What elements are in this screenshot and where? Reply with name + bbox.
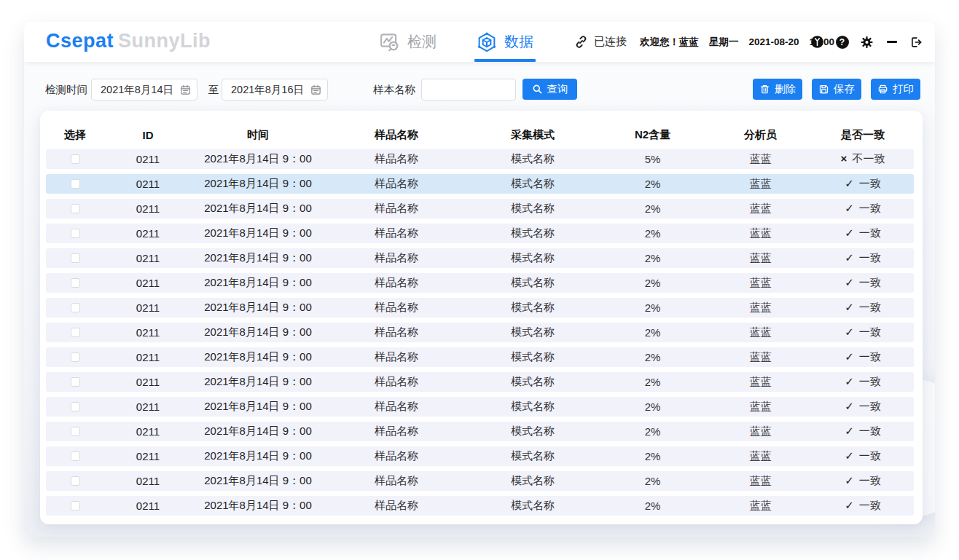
logout-icon[interactable] [909,35,923,49]
cell-mode: 模式名称 [469,449,597,463]
logo-secondary: SunnyLib [118,30,211,52]
cell-consistency: ✓一致 [813,251,913,265]
row-checkbox[interactable] [71,427,80,436]
table-row[interactable]: 0211 2021年8月14日 9：00 样品名称 模式名称 5% 蓝蓝 ×不一… [46,149,914,169]
column-header-consistency: 是否一致 [813,128,913,142]
cell-sample: 样品名称 [324,177,469,191]
row-checkbox[interactable] [71,278,80,288]
cell-consistency: ✓一致 [813,350,913,364]
cell-time: 2021年8月14日 9：00 [192,425,324,438]
cell-n2: 2% [597,301,708,314]
welcome-date: 2021-08-20 [749,36,799,47]
help-circle-icon[interactable]: ? [835,35,849,49]
cell-time: 2021年8月14日 9：00 [192,474,324,488]
cell-mode: 模式名称 [469,474,597,488]
table-row[interactable]: 0211 2021年8月14日 9：00 样品名称 模式名称 2% 蓝蓝 ✓一致 [46,323,914,342]
app-header: CsepatSunnyLib 检测 [24,22,935,62]
cell-analyst: 蓝蓝 [708,301,813,315]
cell-consistency: ✓一致 [813,375,913,389]
row-checkbox[interactable] [71,204,80,213]
wrench-circle-icon[interactable] [810,35,824,49]
print-button[interactable]: 打印 [871,79,920,100]
tab-detection[interactable]: 检测 [379,22,437,62]
table-row[interactable]: 0211 2021年8月14日 9：00 样品名称 模式名称 2% 蓝蓝 ✓一致 [46,248,914,268]
welcome-bar: 欢迎您！蓝蓝 星期一 2021-08-20 16:00 [640,22,834,62]
welcome-greeting: 欢迎您！蓝蓝 [640,36,699,49]
column-header-id: ID [104,129,192,141]
cell-mode: 模式名称 [469,425,597,438]
delete-button[interactable]: 删除 [753,79,802,100]
table-row[interactable]: 0211 2021年8月14日 9：00 样品名称 模式名称 2% 蓝蓝 ✓一致 [46,347,914,367]
cell-mode: 模式名称 [469,499,597,513]
row-checkbox[interactable] [71,352,80,362]
sample-name-label: 样本名称 [373,83,415,97]
date-to-input[interactable]: 2021年8月16日 [222,79,328,100]
sample-name-input[interactable] [421,79,516,100]
cell-sample: 样品名称 [324,499,469,513]
cell-mode: 模式名称 [469,375,597,389]
table-header-row: 选择 ID 时间 样品名称 采集模式 N2含量 分析员 是否一致 [46,120,914,149]
date-range-label: 检测时间 [45,83,87,97]
consistency-mark-icon: ✓ [845,177,854,190]
save-button-label: 保存 [834,82,855,96]
consistency-mark-icon: ✓ [845,425,854,438]
tab-detection-label: 检测 [407,32,437,52]
row-checkbox[interactable] [71,377,80,387]
printer-icon [877,84,888,95]
cell-id: 0211 [104,178,192,190]
row-checkbox[interactable] [71,476,80,486]
table-row[interactable]: 0211 2021年8月14日 9：00 样品名称 模式名称 2% 蓝蓝 ✓一致 [46,199,914,218]
table-row[interactable]: 0211 2021年8月14日 9：00 样品名称 模式名称 2% 蓝蓝 ✓一致 [46,224,914,243]
query-button-label: 查询 [547,82,568,96]
cell-time: 2021年8月14日 9：00 [192,449,324,463]
print-button-label: 打印 [893,82,914,96]
minimize-icon[interactable] [885,35,899,49]
connection-status: 已连接 [574,22,627,62]
consistency-status: 不一致 [852,152,885,165]
tab-data-label: 数据 [504,32,533,52]
row-checkbox[interactable] [71,328,80,337]
cell-time: 2021年8月14日 9：00 [192,177,324,191]
table-row[interactable]: 0211 2021年8月14日 9：00 样品名称 模式名称 2% 蓝蓝 ✓一致 [46,174,914,194]
cell-n2: 2% [597,227,708,240]
save-icon [818,84,829,95]
cell-sample: 样品名称 [324,226,469,240]
table-row[interactable]: 0211 2021年8月14日 9：00 样品名称 模式名称 2% 蓝蓝 ✓一致 [46,273,914,293]
tab-data[interactable]: 数据 [476,22,533,62]
consistency-mark-icon: ✓ [845,301,854,314]
row-checkbox[interactable] [71,179,80,189]
table-row[interactable]: 0211 2021年8月14日 9：00 样品名称 模式名称 2% 蓝蓝 ✓一致 [46,298,914,318]
row-checkbox[interactable] [71,253,80,263]
cell-consistency: ✓一致 [813,226,913,240]
settings-gear-icon[interactable] [860,35,874,49]
row-checkbox[interactable] [71,501,80,510]
cell-mode: 模式名称 [469,301,597,315]
table-row[interactable]: 0211 2021年8月14日 9：00 样品名称 模式名称 2% 蓝蓝 ✓一致 [46,422,914,441]
cell-sample: 样品名称 [324,375,469,389]
cell-id: 0211 [104,500,192,512]
cell-analyst: 蓝蓝 [708,400,813,414]
cell-consistency: ✓一致 [813,301,913,315]
row-checkbox[interactable] [71,303,80,312]
table-row[interactable]: 0211 2021年8月14日 9：00 样品名称 模式名称 2% 蓝蓝 ✓一致 [46,471,914,491]
row-checkbox[interactable] [71,154,80,164]
link-icon [574,34,589,50]
date-from-input[interactable]: 2021年8月14日 [91,79,197,100]
table-actions: 删除 保存 [753,79,920,100]
row-checkbox[interactable] [71,451,80,461]
save-button[interactable]: 保存 [812,79,861,100]
cell-id: 0211 [104,277,192,289]
cell-consistency: ×不一致 [813,152,913,166]
table-row[interactable]: 0211 2021年8月14日 9：00 样品名称 模式名称 2% 蓝蓝 ✓一致 [46,397,914,417]
table-row[interactable]: 0211 2021年8月14日 9：00 样品名称 模式名称 2% 蓝蓝 ✓一致 [46,372,914,392]
cell-mode: 模式名称 [469,326,597,339]
consistency-status: 一致 [859,400,881,412]
cell-consistency: ✓一致 [813,326,913,339]
table-row[interactable]: 0211 2021年8月14日 9：00 样品名称 模式名称 2% 蓝蓝 ✓一致 [46,496,914,516]
consistency-status: 一致 [859,301,881,313]
query-button[interactable]: 查询 [522,79,577,100]
table-row[interactable]: 0211 2021年8月14日 9：00 样品名称 模式名称 2% 蓝蓝 ✓一致 [46,446,914,466]
cell-id: 0211 [104,425,192,438]
row-checkbox[interactable] [71,402,80,411]
row-checkbox[interactable] [71,229,80,238]
